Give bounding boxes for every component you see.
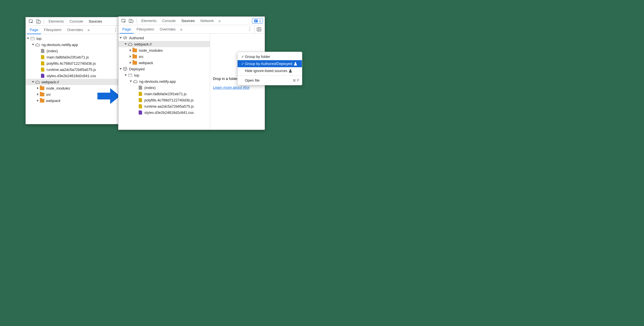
tree-file[interactable]: runtime.aa2dc5a72b65a575.js	[118, 103, 210, 109]
menu-label: Hide ignore-listed sources	[245, 69, 287, 73]
menu-divider	[238, 75, 302, 76]
separator	[136, 19, 137, 23]
tree-webpack[interactable]: webpack://	[26, 79, 121, 85]
flask-icon	[294, 62, 297, 66]
context-menu: ✓Group by folder ✓Group by Authored/Depl…	[237, 52, 302, 85]
js-file-icon	[41, 61, 44, 66]
tree-label: runtime.aa2dc5a72b65a575.js	[144, 104, 194, 108]
more-tabs-icon[interactable]: »	[217, 19, 222, 23]
menu-label: Group by Authored/Deployed	[245, 62, 292, 66]
tree-folder[interactable]: node_modules	[118, 47, 210, 53]
menu-group-authored[interactable]: ✓Group by Authored/Deployed	[238, 60, 302, 67]
subtab-filesystem[interactable]: Filesystem	[41, 26, 64, 34]
tree-label: src	[139, 55, 143, 59]
tree-domain[interactable]: ng-devtools.netlify.app	[26, 42, 121, 48]
js-file-icon	[139, 98, 142, 102]
tree-label: webpack	[46, 99, 60, 103]
tree-file[interactable]: polyfills.4c768d7122740d3b.js	[26, 60, 121, 66]
tree-label: (index)	[144, 86, 156, 90]
tree-file[interactable]: (index)	[118, 84, 210, 91]
frame-icon	[31, 37, 34, 40]
frame-icon	[128, 74, 132, 77]
tree-deployed[interactable]: Deployed	[118, 66, 210, 72]
learn-more-link[interactable]: Learn more about Wor	[213, 85, 262, 90]
code-icon	[123, 36, 127, 40]
separator	[44, 19, 44, 24]
more-tabs-icon[interactable]: »	[86, 28, 92, 32]
css-file-icon	[41, 74, 44, 78]
css-file-icon	[139, 110, 142, 115]
cloud-icon	[35, 80, 40, 84]
devtools-panel-after: Elements Console Sources Network » 1 Pag…	[118, 16, 265, 130]
cloud-icon	[35, 43, 40, 46]
tree-file[interactable]: main.fa8bfa0e23f1eb71.js	[118, 91, 210, 97]
file-icon	[41, 49, 44, 53]
svg-rect-2	[38, 21, 40, 23]
tree-authored[interactable]: Authored	[118, 35, 210, 41]
tree-label: main.fa8bfa0e23f1eb71.js	[47, 55, 89, 59]
tree-file[interactable]: polyfills.4c768d7122740d3b.js	[118, 97, 210, 103]
tree-file[interactable]: main.fa8bfa0e23f1eb71.js	[26, 54, 121, 60]
tree-label: Deployed	[129, 67, 145, 71]
tree-file[interactable]: runtime.aa2dc5a72b65a575.js	[26, 66, 121, 73]
tab-console[interactable]: Console	[159, 17, 179, 25]
subtab-filesystem[interactable]: Filesystem	[134, 25, 157, 34]
subtab-overrides[interactable]: Overrides	[157, 25, 179, 34]
device-toggle-icon[interactable]	[35, 18, 42, 25]
tree-label: webpack://	[42, 80, 59, 84]
tree-label: node_modules	[46, 86, 70, 90]
tree-folder[interactable]: src	[118, 53, 210, 60]
svg-rect-5	[131, 20, 133, 23]
tree-label: (index)	[47, 49, 58, 53]
tab-sources[interactable]: Sources	[179, 17, 198, 25]
folder-icon	[132, 61, 137, 65]
menu-shortcut: ⌘ P	[293, 79, 299, 82]
tree-label: styles.d3e2b24618d2c641.css	[47, 74, 96, 78]
tree-webpack[interactable]: webpack://	[118, 41, 210, 47]
inspect-icon[interactable]	[28, 18, 34, 25]
subtab-page[interactable]: Page	[119, 25, 134, 34]
tree-file[interactable]: (index)	[26, 48, 121, 54]
menu-label: Group by folder	[245, 55, 270, 59]
menu-hide-ignore[interactable]: Hide ignore-listed sources	[238, 67, 302, 74]
svg-rect-7	[255, 20, 257, 21]
tab-sources[interactable]: Sources	[86, 17, 105, 26]
tree-label: ng-devtools.netlify.app	[139, 79, 176, 84]
tree-label: polyfills.4c768d7122740d3b.js	[144, 98, 193, 102]
inspect-icon[interactable]	[121, 18, 127, 24]
more-tabs-icon[interactable]: »	[179, 27, 184, 32]
tree-label: ng-devtools.netlify.app	[42, 43, 78, 47]
tree-file[interactable]: styles.d3e2b24618d2c641.css	[26, 73, 121, 79]
arrow-icon	[96, 88, 121, 105]
main-toolbar: Elements Console Sources Network » 1	[118, 17, 265, 25]
toggle-sidebar-icon[interactable]	[254, 27, 264, 31]
menu-open-file[interactable]: Open file⌘ P	[238, 77, 302, 84]
tree-file[interactable]: styles.d3e2b24618d2c641.css	[118, 109, 210, 116]
devtools-panel-before: Elements Console Sources Page Filesystem…	[25, 17, 121, 124]
tree-label: top	[134, 73, 139, 77]
tree-folder[interactable]: webpack	[118, 60, 210, 66]
svg-rect-6	[254, 19, 258, 22]
menu-group-folder[interactable]: ✓Group by folder	[238, 53, 302, 60]
menu-label: Open file	[245, 78, 260, 82]
tree-label: runtime.aa2dc5a72b65a575.js	[47, 68, 96, 72]
cloud-icon	[133, 80, 138, 83]
tab-network[interactable]: Network	[198, 17, 217, 25]
tree-label: polyfills.4c768d7122740d3b.js	[47, 61, 96, 66]
file-icon	[139, 86, 142, 90]
js-file-icon	[41, 55, 44, 59]
tab-elements[interactable]: Elements	[46, 17, 67, 26]
main-toolbar: Elements Console Sources	[26, 17, 121, 26]
kebab-menu-icon[interactable]: ⋮	[245, 27, 254, 32]
tree-label: src	[46, 92, 51, 97]
tree-top[interactable]: top	[118, 72, 210, 78]
folder-icon	[40, 86, 44, 90]
subtab-overrides[interactable]: Overrides	[64, 26, 86, 34]
device-toggle-icon[interactable]	[128, 18, 134, 24]
tree-top[interactable]: top	[26, 35, 121, 42]
tab-elements[interactable]: Elements	[138, 17, 159, 25]
tab-console[interactable]: Console	[67, 17, 86, 26]
tree-domain[interactable]: ng-devtools.netlify.app	[118, 78, 210, 84]
issues-badge[interactable]: 1	[252, 18, 263, 23]
subtab-page[interactable]: Page	[27, 26, 41, 34]
